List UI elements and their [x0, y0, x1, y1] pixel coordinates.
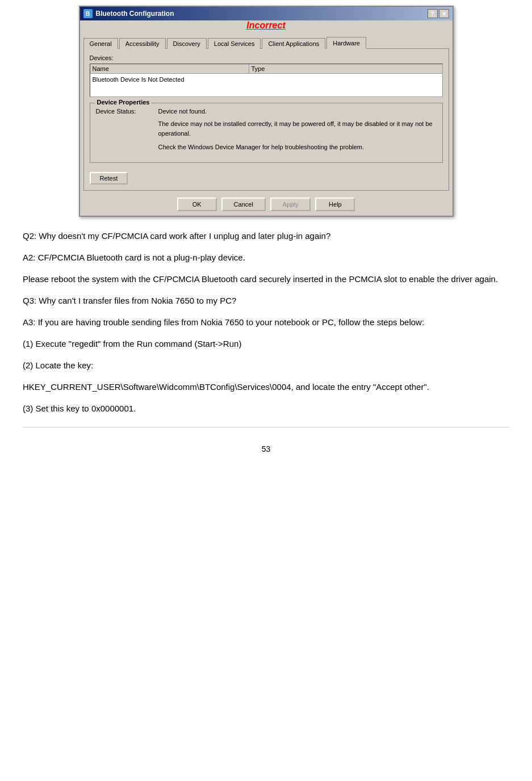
tab-local-services[interactable]: Local Services	[208, 38, 261, 49]
step3-key-text: HKEY_CURRENT_USER\Software\Widcomm\BTCon…	[23, 380, 509, 394]
a2-detail-text: Please reboot the system with the CF/PCM…	[23, 272, 509, 286]
dialog-wrapper: B Bluetooth Configuration ? ✕ Incorrect …	[23, 6, 509, 217]
device-properties-title: Device Properties	[95, 99, 152, 106]
page-number: 53	[23, 444, 509, 454]
device-status-value: Device not found.	[158, 108, 437, 115]
a3-intro-text: A3: If you are having trouble sending fi…	[23, 316, 509, 329]
title-bar-buttons: ? ✕	[428, 9, 449, 18]
bluetooth-icon: B	[83, 9, 93, 18]
tab-accessibility[interactable]: Accessibility	[119, 38, 166, 49]
page-separator	[23, 427, 509, 427]
q3-text: Q3: Why can't I transfer files from Noki…	[23, 294, 509, 308]
incorrect-label: Incorrect	[246, 20, 285, 31]
title-bar: B Bluetooth Configuration ? ✕	[80, 7, 453, 20]
devices-table-header: Name Type	[90, 64, 442, 74]
device-desc-1: The device may not be installed correctl…	[158, 119, 437, 138]
step2-text: (2) Locate the key:	[23, 359, 509, 372]
devices-table-body: Bluetooth Device Is Not Detected	[90, 74, 442, 96]
col-type-header: Type	[249, 64, 442, 73]
step1-text: (1) Execute "regedit" from the Run comma…	[23, 337, 509, 351]
a2-text: A2: CF/PCMCIA Bluetooth card is not a pl…	[23, 251, 509, 264]
device-status-label: Device Status:	[96, 108, 153, 115]
step4-text: (3) Set this key to 0x0000001.	[23, 402, 509, 415]
q2-text: Q2: Why doesn't my CF/PCMCIA card work a…	[23, 229, 509, 243]
retest-btn-label[interactable]: Retest	[90, 172, 128, 184]
main-content: Q2: Why doesn't my CF/PCMCIA card work a…	[23, 229, 509, 415]
device-properties-group: Device Properties Device Status: Device …	[90, 103, 443, 163]
device-desc-2: Check the Windows Device Manager for hel…	[158, 142, 437, 152]
tab-hardware[interactable]: Hardware	[326, 37, 366, 49]
retest-button[interactable]: Retest	[90, 169, 443, 184]
dialog-title: Bluetooth Configuration	[96, 10, 174, 18]
help-button[interactable]: Help	[315, 198, 355, 211]
bluetooth-config-dialog: B Bluetooth Configuration ? ✕ Incorrect …	[79, 6, 454, 217]
close-title-btn[interactable]: ✕	[439, 9, 449, 18]
dialog-footer: OK Cancel Apply Help	[80, 194, 453, 216]
devices-table: Name Type Bluetooth Device Is Not Detect…	[90, 64, 443, 97]
device-status-row: Device Status: Device not found.	[96, 108, 437, 115]
tab-discovery[interactable]: Discovery	[167, 38, 207, 49]
tab-general[interactable]: General	[83, 38, 118, 49]
col-name-header: Name	[90, 64, 249, 73]
help-title-btn[interactable]: ?	[428, 9, 438, 18]
apply-button[interactable]: Apply	[270, 198, 311, 211]
table-row: Bluetooth Device Is Not Detected	[93, 76, 440, 83]
dialog-content: Devices: Name Type Bluetooth Device Is N…	[83, 48, 449, 191]
cancel-button[interactable]: Cancel	[221, 198, 266, 211]
tab-client-applications[interactable]: Client Applications	[262, 38, 325, 49]
ok-button[interactable]: OK	[177, 198, 217, 211]
devices-label: Devices:	[90, 54, 443, 61]
title-bar-text-group: B Bluetooth Configuration	[83, 9, 174, 18]
